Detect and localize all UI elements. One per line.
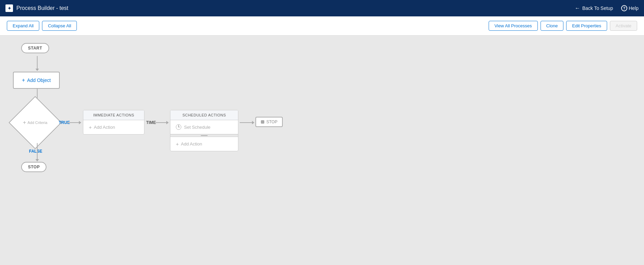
arrow-time xyxy=(166,121,169,124)
false-label: FALSE xyxy=(29,149,42,154)
stop-inline-node: STOP xyxy=(255,117,283,127)
connector-time-h xyxy=(155,122,168,123)
stop-bottom-node: STOP xyxy=(21,162,46,172)
scheduled-actions-header: SCHEDULED ACTIONS xyxy=(170,110,238,120)
expand-all-button[interactable]: Expand All xyxy=(7,21,39,31)
flow-canvas: START + Add Object + Add Criteria TRUE xyxy=(0,36,644,265)
plus-icon: + xyxy=(23,120,26,126)
back-to-setup-button[interactable]: ← Back To Setup xyxy=(575,5,613,11)
immediate-add-action-button[interactable]: + Add Action xyxy=(83,120,144,134)
view-all-processes-button[interactable]: View All Processes xyxy=(489,21,538,31)
criteria-diamond-container: + Add Criteria xyxy=(16,104,54,141)
connector-start-to-add-object xyxy=(37,56,38,70)
toolbar-right: View All Processes Clone Edit Properties… xyxy=(489,21,637,31)
connector-false-v xyxy=(37,143,38,160)
activate-button: Activate xyxy=(610,21,637,31)
plus-icon: + xyxy=(176,141,179,147)
start-node: START xyxy=(21,43,49,53)
stop-inline-label: STOP xyxy=(266,120,277,124)
help-button[interactable]: ? Help xyxy=(621,5,639,11)
app-header: ✦ Process Builder - test ← Back To Setup… xyxy=(0,0,644,16)
immediate-actions-header: IMMEDIATE ACTIONS xyxy=(83,110,144,120)
scheduled-add-action-button[interactable]: + Add Action xyxy=(170,137,238,151)
app-title: Process Builder - test xyxy=(16,5,68,11)
flow-diagram: START + Add Object + Add Criteria TRUE xyxy=(0,36,644,265)
add-object-button[interactable]: + Add Object xyxy=(13,72,60,89)
app-logo: ✦ xyxy=(5,4,13,12)
toolbar-left: Expand All Collapse All xyxy=(7,21,77,31)
clock-icon xyxy=(176,124,181,130)
edit-properties-button[interactable]: Edit Properties xyxy=(566,21,607,31)
help-icon: ? xyxy=(621,5,627,11)
header-left: ✦ Process Builder - test xyxy=(5,4,68,12)
collapse-all-button[interactable]: Collapse All xyxy=(42,21,77,31)
arrow-start-to-add-object xyxy=(36,69,39,71)
connector-true-h xyxy=(67,122,80,123)
scheduled-actions-box: SCHEDULED ACTIONS Set Schedule + Add Act… xyxy=(170,110,238,151)
start-node-label: START xyxy=(21,43,49,53)
plus-icon: + xyxy=(22,77,25,83)
arrow-true xyxy=(79,121,81,124)
stop-bottom-label: STOP xyxy=(21,162,46,172)
header-right: ← Back To Setup ? Help xyxy=(575,5,639,11)
stop-square-icon xyxy=(261,120,264,124)
add-criteria-button[interactable]: + Add Criteria xyxy=(23,120,47,126)
set-schedule-row[interactable]: Set Schedule xyxy=(170,120,238,134)
clone-button[interactable]: Clone xyxy=(541,21,564,31)
criteria-diamond[interactable]: + Add Criteria xyxy=(9,96,62,149)
schedule-connector xyxy=(201,135,208,136)
plus-icon: + xyxy=(89,124,92,130)
immediate-actions-box: IMMEDIATE ACTIONS + Add Action xyxy=(83,110,144,135)
toolbar: Expand All Collapse All View All Process… xyxy=(0,16,644,36)
back-arrow-icon: ← xyxy=(575,5,580,11)
connector-stop-h xyxy=(240,122,253,123)
arrow-false xyxy=(36,159,39,162)
arrow-stop xyxy=(252,121,254,124)
